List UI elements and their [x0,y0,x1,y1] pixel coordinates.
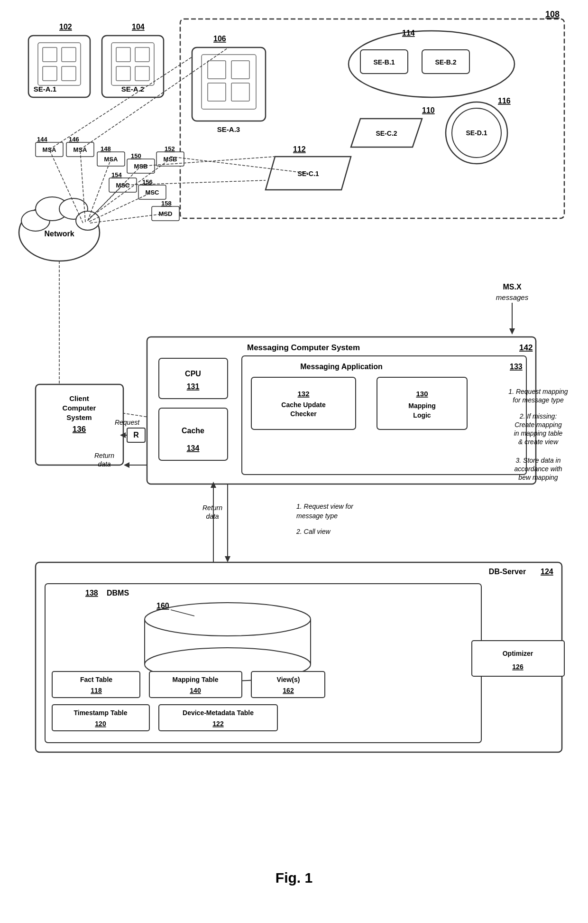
optimizer-text: Optimizer [503,650,533,657]
se-b1-text: SE-B.1 [373,58,395,66]
server-108-label: 108 [545,9,560,19]
msa-148-id: 148 [101,145,111,152]
client-id: 136 [73,425,86,434]
cpu-text: CPU [185,370,201,378]
db-cylinder-top [145,603,311,636]
messaging-app-text: Messaging Application [300,363,383,371]
msd-158-id: 158 [161,200,172,207]
step2-mapping-text-1: 2. If missing: [519,412,557,420]
timestamp-table-id: 120 [95,720,106,727]
msb-150-id: 150 [131,152,141,159]
dbms-id: 138 [85,589,98,597]
request-r-label: Request [115,419,140,426]
return-data-2-text-2: data [206,513,219,520]
device-metadata-id: 122 [212,720,224,727]
step1-mapping-text: 1. Request mapping [508,388,568,395]
cache-update-id: 132 [297,390,309,398]
fig-label: Fig. 1 [276,870,312,886]
msb-152-id: 152 [165,145,175,152]
cache-to-db-arrow-down [225,556,230,562]
step1-cache-text: 1. Request view for [296,503,354,510]
mapping-table-id: 140 [190,687,201,694]
return-data-arrow [124,462,129,468]
svg-rect-0 [38,43,81,85]
msa-144-id: 144 [37,136,47,143]
device-metadata-text: Device-Metadata Table [183,709,254,717]
db-160-id: 160 [156,602,169,610]
step3-mapping-text-2: accordance with [514,465,562,473]
step2-mapping-text-2: Create mapping [514,421,562,429]
messaging-system-text: Messaging Computer System [247,343,360,352]
msa-144-text: MSA [43,146,57,153]
mapping-logic-text-2: Logic [413,411,431,419]
db-server-text: DB-Server [489,568,526,576]
dbms-text: DBMS [107,589,129,597]
views-id: 162 [283,687,294,694]
msd-158-text: MSD [159,210,173,217]
messaging-app-id: 133 [510,363,523,371]
cache-update-text-2: Checker [290,410,317,418]
se-a2-id: 104 [132,23,145,31]
cpu-id: 131 [187,382,200,391]
msx-label: MS.X [503,283,521,291]
msx-messages: messages [496,293,529,301]
step2-mapping-text-3: in mapping table [514,429,563,437]
se-a2-text: SE-A.2 [121,85,144,93]
se-c2-id: 110 [422,106,435,114]
client-text-2: Computer [63,404,96,412]
optimizer-box [472,641,564,676]
se-c1-id: 112 [293,145,306,153]
se-a1-text: SE-A.1 [34,85,56,93]
messaging-system-id: 142 [519,343,533,352]
se-a3-text: SE-A.3 [217,125,240,133]
step3-mapping-text-1: 3. Store data in [516,457,561,464]
msc-156-text: MSC [146,189,160,196]
mapping-logic-text-1: Mapping [408,402,436,410]
cache-id: 134 [187,444,200,452]
client-text-3: System [66,413,92,421]
svg-line-21 [88,159,111,221]
diagram-area: 108 SE-A.1 102 SE-A.2 104 [9,9,579,899]
fact-table-id: 118 [91,687,102,694]
mapping-logic-id: 130 [416,390,428,398]
cpu-box [159,358,228,399]
se-c1-text: SE-C.1 [297,170,319,177]
se-c2-text: SE-C.2 [376,130,397,137]
client-text-1: Client [69,394,89,402]
cache-update-text-1: Cache Update [281,401,326,409]
page-container: 108 SE-A.1 102 SE-A.2 104 [0,0,588,923]
timestamp-table-text: Timestamp Table [74,709,127,717]
se-d1-id: 116 [498,97,511,105]
diagram-svg: 108 SE-A.1 102 SE-A.2 104 [9,9,579,897]
step2-mapping-text-4: & create view [518,438,559,446]
fact-table-text: Fact Table [80,676,112,683]
step3-mapping-text-3: bew mapping [518,474,558,481]
se-b-id: 114 [402,29,415,37]
msc-154-id: 154 [111,171,122,178]
return-data-2-text-1: Return [202,504,222,512]
se-a3-id: 106 [213,35,226,43]
svg-rect-5 [111,43,154,85]
optimizer-id: 126 [512,663,524,671]
return-data-1-label-2: data [98,460,110,468]
msx-arrow [509,328,515,335]
views-text: View(s) [277,676,300,683]
se-a1-id: 102 [59,23,72,31]
mapping-table-text: Mapping Table [173,676,219,683]
r-box-text: R [133,431,139,439]
step1-mapping-text-2: for message type [513,396,564,404]
msa-146-id: 146 [69,136,79,143]
se-b2-text: SE-B.2 [435,58,456,66]
step2-cache-text: 2. Call view [296,528,331,535]
step1-cache-text-2: message type [296,512,338,520]
return-data-1-label: Return [94,452,114,459]
cache-text: Cache [182,427,204,435]
db-server-id: 124 [541,568,553,576]
se-d1-text: SE-D.1 [466,129,487,137]
network-text: Network [44,230,74,238]
